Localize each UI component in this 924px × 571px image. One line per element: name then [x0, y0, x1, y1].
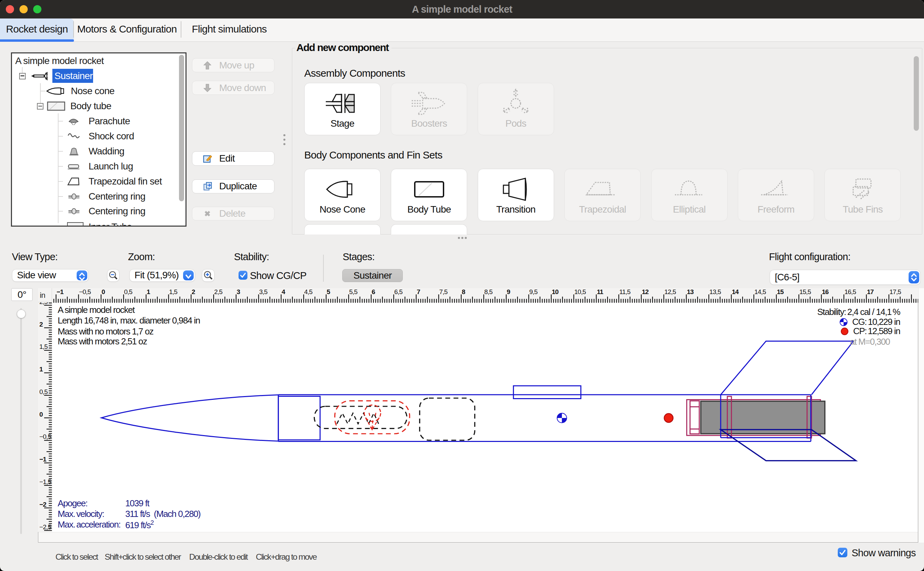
- svg-text:17,5: 17,5: [889, 289, 901, 295]
- svg-text:0: 0: [39, 411, 43, 418]
- svg-text:13: 13: [687, 289, 694, 295]
- svg-text:10,5: 10,5: [574, 289, 586, 295]
- svg-text:16,5: 16,5: [844, 289, 856, 295]
- svg-text:2: 2: [192, 289, 195, 295]
- svg-text:1: 1: [146, 289, 150, 295]
- svg-text:6,5: 6,5: [394, 289, 402, 295]
- svg-text:−2,5: −2,5: [39, 523, 51, 531]
- svg-text:15: 15: [777, 289, 784, 295]
- svg-text:12,5: 12,5: [664, 289, 676, 295]
- svg-text:12: 12: [642, 289, 648, 295]
- svg-text:7,5: 7,5: [439, 289, 447, 295]
- svg-text:10: 10: [552, 289, 559, 295]
- svg-text:−0,5: −0,5: [79, 289, 91, 295]
- svg-text:5: 5: [326, 289, 330, 295]
- svg-text:8: 8: [462, 289, 465, 295]
- svg-text:1,5: 1,5: [39, 343, 48, 350]
- svg-text:4: 4: [282, 289, 285, 295]
- svg-text:4,5: 4,5: [304, 289, 312, 295]
- svg-text:−1: −1: [39, 456, 46, 463]
- svg-text:15,5: 15,5: [799, 289, 811, 295]
- svg-text:1,5: 1,5: [169, 289, 177, 295]
- svg-text:13,5: 13,5: [709, 289, 721, 295]
- svg-text:7: 7: [416, 289, 420, 295]
- svg-text:8,5: 8,5: [484, 289, 493, 295]
- svg-text:−1: −1: [57, 289, 64, 295]
- svg-text:2: 2: [39, 321, 43, 328]
- svg-text:9,5: 9,5: [529, 289, 537, 295]
- svg-text:0,5: 0,5: [39, 388, 48, 395]
- svg-text:3: 3: [237, 289, 240, 295]
- svg-text:14,5: 14,5: [754, 289, 766, 295]
- svg-text:−2: −2: [39, 501, 46, 508]
- svg-text:2,5: 2,5: [214, 289, 222, 295]
- svg-text:11: 11: [597, 289, 604, 295]
- svg-text:17: 17: [867, 289, 874, 295]
- svg-text:14: 14: [732, 289, 739, 295]
- svg-text:11,5: 11,5: [619, 289, 630, 295]
- svg-text:0,5: 0,5: [124, 289, 132, 295]
- svg-text:9: 9: [507, 289, 510, 295]
- svg-text:16: 16: [822, 289, 829, 295]
- svg-text:0: 0: [101, 289, 105, 295]
- svg-text:2,5: 2,5: [39, 302, 48, 306]
- svg-text:−0,5: −0,5: [39, 434, 51, 441]
- svg-text:3,5: 3,5: [259, 289, 267, 295]
- svg-text:6: 6: [372, 289, 375, 295]
- svg-text:1: 1: [39, 366, 43, 373]
- svg-text:5,5: 5,5: [349, 289, 357, 295]
- svg-text:−1,5: −1,5: [39, 478, 51, 485]
